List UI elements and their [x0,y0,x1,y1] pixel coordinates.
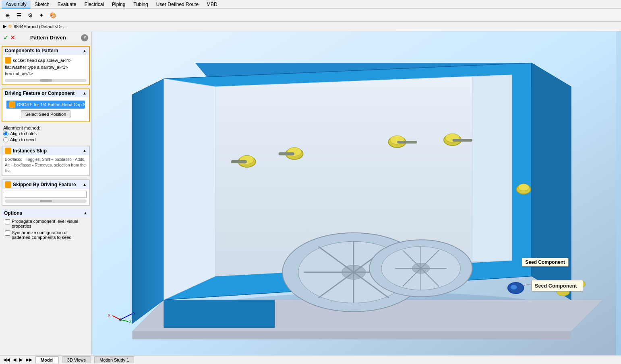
component-list: socket head cap screw_ai<4> flat washer … [5,56,87,78]
align-seed-option[interactable]: Align to seed [3,137,88,142]
svg-point-39 [518,184,529,191]
propagate-option[interactable]: Propagate component level visual propert… [5,219,87,228]
components-chevron-icon: ▲ [83,49,87,53]
components-section-title: Components to Pattern [5,48,58,53]
tab-3d-views[interactable]: 3D Views [62,356,91,363]
menu-piping[interactable]: Piping [108,1,129,8]
instances-section-body: Box/lasso - Toggles, Shift + box/lasso -… [2,155,89,175]
viewport[interactable]: Seed Component Y X Z Seed Component [92,31,621,355]
driving-section-header[interactable]: Driving Feature or Component ▲ [2,89,89,97]
panel-header: ✓ ✕ Pattern Driven ? [0,31,91,44]
svg-text:Y: Y [133,311,136,315]
options-section-title: Options [4,210,22,216]
instances-section-title: Instances Skip [13,148,47,154]
ok-button[interactable]: ✓ [3,34,8,41]
skipped-scrollbar[interactable] [5,199,87,203]
nav-end[interactable]: ▶▶ [26,357,32,362]
align-holes-label: Align to holes [10,131,37,136]
skipped-by-driving-section: Skipped By Driving Feature ▲ [2,179,90,206]
component-label: socket head cap screw_ai<4> [13,57,72,64]
seed-component-tooltip: Seed Component [522,258,569,267]
svg-marker-5 [164,300,275,328]
driving-feature-section: Driving Feature or Component ▲ CBORE for… [2,88,90,122]
menu-tubing[interactable]: Tubing [129,1,152,8]
instances-placeholder-text: Box/lasso - Toggles, Shift + box/lasso -… [5,157,86,173]
list-item: hex nut_ai<1> [5,70,87,77]
alignment-radio-group: Align to holes Align to seed [3,131,88,142]
list-item: socket head cap screw_ai<4> [5,57,87,64]
nav-prev[interactable]: ◀ [13,357,16,362]
options-section-header[interactable]: Options ▲ [2,209,90,217]
tree-expand-icon[interactable]: ▶ [3,24,6,29]
selected-feature-text: CBORE for 1/4 Button Head Cap Scre [17,102,85,107]
instances-chevron-icon: ▲ [83,148,87,153]
synchronize-checkbox[interactable] [5,230,10,236]
align-holes-radio[interactable] [3,131,8,136]
menu-bar: Assembly Sketch Evaluate Electrical Pipi… [0,0,621,9]
file-icon: ⚙ [8,24,12,29]
main-layout: ✓ ✕ Pattern Driven ? Components to Patte… [0,31,621,355]
svg-rect-34 [397,141,417,144]
svg-text:X: X [108,313,111,317]
nav-next[interactable]: ▶ [19,357,23,362]
driving-section-body: CBORE for 1/4 Button Head Cap Scre Selec… [2,97,89,121]
align-holes-option[interactable]: Align to holes [3,131,88,136]
skipped-section-title: Skipped By Driving Feature [13,182,76,187]
nav-start[interactable]: ◀◀ [3,357,10,362]
skipped-section-body [2,189,89,205]
left-panel: ✓ ✕ Pattern Driven ? Components to Patte… [0,31,92,355]
toolbar-new[interactable]: ⊕ [2,10,13,21]
menu-user-defined-route[interactable]: User Defined Route [152,1,203,8]
component-label: flat washer type a narrow_ai<1> [5,64,68,71]
selected-feature-display[interactable]: CBORE for 1/4 Button Head Cap Scre [6,101,85,109]
options-section-body: Propagate component level visual propert… [2,217,90,243]
align-seed-radio[interactable] [3,137,8,142]
skipped-section-header[interactable]: Skipped By Driving Feature ▲ [2,180,89,189]
alignment-section: Alignment method: Align to holes Align t… [0,124,91,144]
toolbar-snap[interactable]: ✦ [36,10,47,21]
components-section-header[interactable]: Components to Pattern ▲ [2,47,89,55]
svg-text:Z: Z [129,319,132,324]
menu-assembly[interactable]: Assembly [2,0,31,8]
3d-model: Seed Component Y X Z [92,31,621,355]
components-scrollbar-thumb [40,79,52,82]
svg-marker-10 [164,79,215,300]
synchronize-label: Synchronize configuration of patterned c… [12,230,87,240]
skipped-input-field[interactable] [5,191,87,198]
select-seed-position-button[interactable]: Select Seed Position [21,110,71,118]
list-item: flat washer type a narrow_ai<1> [5,64,87,71]
toolbar-settings[interactable]: ⚙ [25,10,35,21]
components-to-pattern-section: Components to Pattern ▲ socket head cap … [2,46,90,85]
propagate-label: Propagate component level visual propert… [12,219,87,228]
cancel-button[interactable]: ✕ [10,34,15,41]
component-label: hex nut_ai<1> [5,70,33,77]
panel-title: Pattern Driven [30,35,66,41]
menu-electrical[interactable]: Electrical [80,1,108,8]
svg-rect-31 [279,152,294,155]
svg-point-43 [511,285,517,290]
tab-model[interactable]: Model [35,356,59,363]
components-scrollbar[interactable] [5,79,87,82]
menu-sketch[interactable]: Sketch [31,1,54,8]
skipped-chevron-icon: ▲ [83,182,87,187]
tree-label: 6834Shroud (Default<Dis... [14,24,67,29]
svg-marker-3 [132,331,571,339]
toolbar-color[interactable]: 🎨 [48,10,58,21]
skipped-icon [5,181,11,188]
seed-tooltip-text: Seed Component [525,259,565,265]
driving-section-title: Driving Feature or Component [5,90,75,96]
component-icon [5,57,11,64]
help-button[interactable]: ? [81,34,88,41]
svg-point-53 [119,319,122,321]
synchronize-option[interactable]: Synchronize configuration of patterned c… [5,230,87,240]
propagate-checkbox[interactable] [5,219,10,224]
toolbar-list[interactable]: ☰ [14,10,24,21]
tree-bar: ▶ ⚙ 6834Shroud (Default<Dis... [0,22,621,31]
menu-evaluate[interactable]: Evaluate [54,1,81,8]
menu-mbd[interactable]: MBD [203,1,221,8]
instances-skip-section: Instances Skip ▲ Box/lasso - Toggles, Sh… [2,146,90,176]
tab-motion-study[interactable]: Motion Study 1 [94,356,134,363]
instances-section-header[interactable]: Instances Skip ▲ [2,146,89,155]
feature-icon [9,101,15,108]
instances-icon [5,148,11,154]
